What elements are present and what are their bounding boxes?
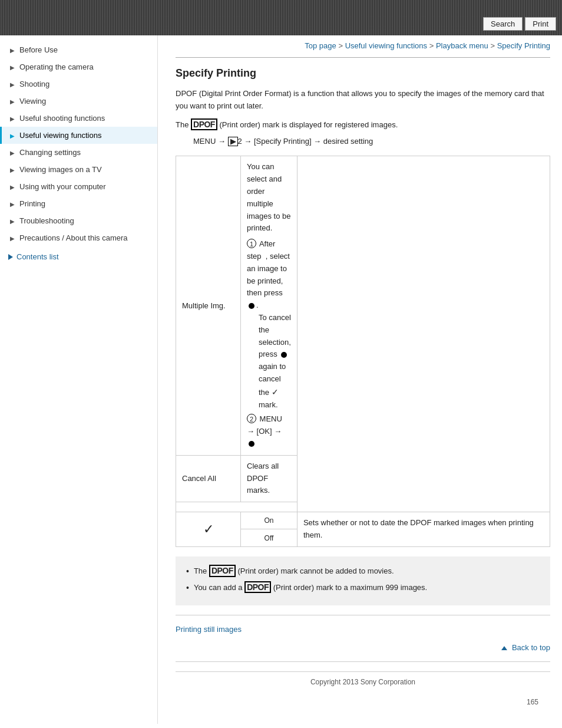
- sidebar-item-label: Viewing: [19, 97, 46, 106]
- note-item-2: • You can add a DPOF (Print order) mark …: [186, 581, 540, 595]
- sidebar-item-before-use[interactable]: ▶ Before Use: [0, 41, 157, 58]
- sidebar-item-label: Changing settings: [19, 148, 81, 157]
- page-number: 165: [176, 692, 550, 706]
- breadcrumb-top[interactable]: Top page: [305, 41, 336, 50]
- dpof-logo: DPOF: [191, 118, 217, 131]
- header-bar: Search Print: [0, 0, 562, 35]
- sidebar-item-label: Before Use: [19, 45, 58, 54]
- table-content-cancel-all: Clears all DPOF marks.: [241, 455, 297, 502]
- sidebar-item-operating[interactable]: ▶ Operating the camera: [0, 58, 157, 75]
- sidebar-item-viewing[interactable]: ▶ Viewing: [0, 93, 157, 110]
- table-content-multiple: You can select and order multiple images…: [241, 156, 297, 455]
- sidebar-item-troubleshooting[interactable]: ▶ Troubleshooting: [0, 212, 157, 229]
- contents-list-link[interactable]: Contents list: [0, 246, 157, 267]
- arrow-icon: ▶: [10, 184, 16, 190]
- bottom-divider: [176, 615, 550, 615]
- table-on-label: On: [241, 512, 297, 529]
- main-content: Top page > Useful viewing functions > Pl…: [158, 35, 562, 724]
- arrow-icon: ▶: [10, 218, 16, 224]
- check-mark: ✓: [272, 387, 279, 397]
- arrow-icon: ▶: [10, 47, 16, 53]
- arrow-icon: ▶: [10, 201, 16, 207]
- sidebar-item-label: Printing: [19, 199, 45, 208]
- table-label-multiple: Multiple Img.: [176, 156, 241, 455]
- header-buttons: Search Print: [483, 17, 556, 31]
- spec-table: Multiple Img. You can select and order m…: [176, 156, 550, 546]
- sidebar-item-changing-settings[interactable]: ▶ Changing settings: [0, 144, 157, 161]
- sidebar-item-precautions[interactable]: ▶ Precautions / About this camera: [0, 229, 157, 246]
- table-row-date-spacer: [176, 502, 550, 512]
- arrow-right-icon: [8, 254, 13, 260]
- back-to-top-label: Back to top: [512, 643, 550, 652]
- breadcrumb-sep3: >: [490, 41, 497, 50]
- top-divider: [176, 57, 550, 58]
- intro-text-2: The DPOF (Print order) mark is displayed…: [176, 118, 550, 131]
- arrow-icon: ▶: [10, 167, 16, 173]
- sidebar-item-label: Useful viewing functions: [19, 131, 101, 140]
- sidebar-item-useful-viewing[interactable]: ▶ Useful viewing functions: [0, 127, 157, 144]
- sidebar: ▶ Before Use ▶ Operating the camera ▶ Sh…: [0, 35, 158, 724]
- table-row-date-on: ✓ On Sets whether or not to date the DPO…: [176, 512, 550, 529]
- sidebar-item-shooting[interactable]: ▶ Shooting: [0, 75, 157, 93]
- sidebar-item-label: Precautions / About this camera: [19, 233, 128, 242]
- breadcrumb-sep1: >: [338, 41, 345, 50]
- arrow-icon: ▶: [10, 150, 16, 156]
- arrow-icon: ▶: [10, 235, 16, 241]
- sidebar-item-label: Shooting: [19, 80, 49, 88]
- bullet-circle-3: [249, 441, 254, 447]
- sidebar-item-useful-shooting[interactable]: ▶ Useful shooting functions: [0, 110, 157, 127]
- page-title: Specify Printing: [176, 67, 550, 80]
- arrow-icon: ▶: [10, 98, 16, 104]
- arrow-icon: ▶: [10, 116, 16, 121]
- note-text-1: The DPOF (Print order) mark cannot be ad…: [194, 565, 394, 578]
- menu-path: MENU → ▶2 → [Specify Printing] → desired…: [193, 137, 550, 146]
- table-checkmark-icon: ✓: [176, 512, 241, 547]
- sidebar-item-label: Useful shooting functions: [19, 114, 105, 123]
- bullet-icon: •: [186, 565, 189, 579]
- table-date-content: Sets whether or not to date the DPOF mar…: [297, 512, 550, 547]
- dpof-logo-note2: DPOF: [244, 581, 271, 594]
- arrow-icon: ▶: [10, 133, 16, 139]
- search-button[interactable]: Search: [483, 17, 523, 31]
- footer: Copyright 2013 Sony Corporation: [176, 671, 550, 692]
- note-item-1: • The DPOF (Print order) mark cannot be …: [186, 565, 540, 579]
- page-layout: ▶ Before Use ▶ Operating the camera ▶ Sh…: [0, 35, 562, 724]
- circle-num-2: 2: [247, 414, 256, 423]
- arrow-icon: ▶: [10, 81, 16, 87]
- bullet-circle-2: [281, 352, 287, 358]
- sidebar-item-label: Operating the camera: [19, 62, 94, 71]
- table-label-cancel-all: Cancel All: [176, 455, 241, 502]
- copyright-text: Copyright 2013 Sony Corporation: [310, 678, 415, 686]
- contents-link-label: Contents list: [16, 252, 59, 261]
- intro-text-1: DPOF (Digital Print Order Format) is a f…: [176, 88, 550, 113]
- bullet-circle: [249, 303, 254, 309]
- circle-num-1: 1: [247, 239, 256, 248]
- print-button[interactable]: Print: [525, 17, 556, 31]
- bullet-icon-2: •: [186, 581, 189, 595]
- notes-box: • The DPOF (Print order) mark cannot be …: [176, 556, 550, 606]
- note-text-2: You can add a DPOF (Print order) mark to…: [194, 581, 427, 594]
- breadcrumb: Top page > Useful viewing functions > Pl…: [176, 35, 550, 57]
- table-row-multiple: Multiple Img. You can select and order m…: [176, 156, 550, 455]
- printing-still-images-link[interactable]: Printing still images: [176, 625, 550, 634]
- dpof-logo-note1: DPOF: [209, 565, 236, 577]
- footer-divider: [176, 661, 550, 662]
- breadcrumb-sep2: >: [429, 41, 436, 50]
- sidebar-item-label: Troubleshooting: [19, 216, 74, 225]
- table-off-label: Off: [241, 529, 297, 546]
- breadcrumb-playback-menu[interactable]: Playback menu: [436, 41, 488, 50]
- arrow-icon: ▶: [10, 64, 16, 70]
- back-to-top[interactable]: Back to top: [176, 643, 550, 652]
- triangle-icon: [501, 646, 507, 650]
- sidebar-item-label: Viewing images on a TV: [19, 165, 102, 174]
- sidebar-item-viewing-tv[interactable]: ▶ Viewing images on a TV: [0, 161, 157, 178]
- breadcrumb-specify-printing[interactable]: Specify Printing: [497, 41, 550, 50]
- sidebar-item-label: Using with your computer: [19, 182, 106, 191]
- sidebar-item-using-computer[interactable]: ▶ Using with your computer: [0, 178, 157, 195]
- sidebar-item-printing[interactable]: ▶ Printing: [0, 195, 157, 212]
- table-row-cancel-all: Cancel All Clears all DPOF marks.: [176, 455, 550, 502]
- breadcrumb-useful-viewing[interactable]: Useful viewing functions: [345, 41, 427, 50]
